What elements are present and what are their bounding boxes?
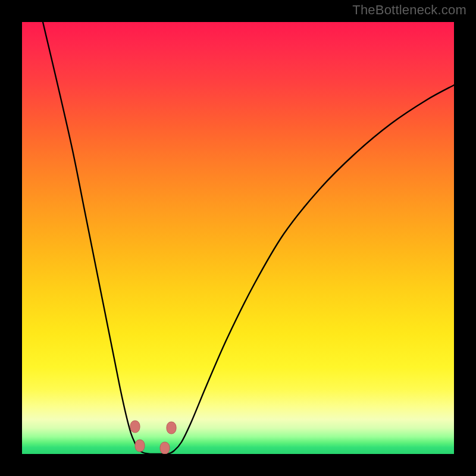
curve-marker-2 bbox=[160, 442, 170, 454]
plot-area bbox=[22, 22, 454, 454]
watermark-text: TheBottleneck.com bbox=[352, 2, 466, 18]
chart-frame: TheBottleneck.com bbox=[0, 0, 476, 476]
curve-marker-1 bbox=[135, 440, 145, 452]
curve-path bbox=[43, 22, 454, 454]
bottleneck-curve bbox=[22, 22, 454, 454]
curve-marker-0 bbox=[130, 421, 140, 433]
curve-marker-3 bbox=[167, 422, 176, 434]
